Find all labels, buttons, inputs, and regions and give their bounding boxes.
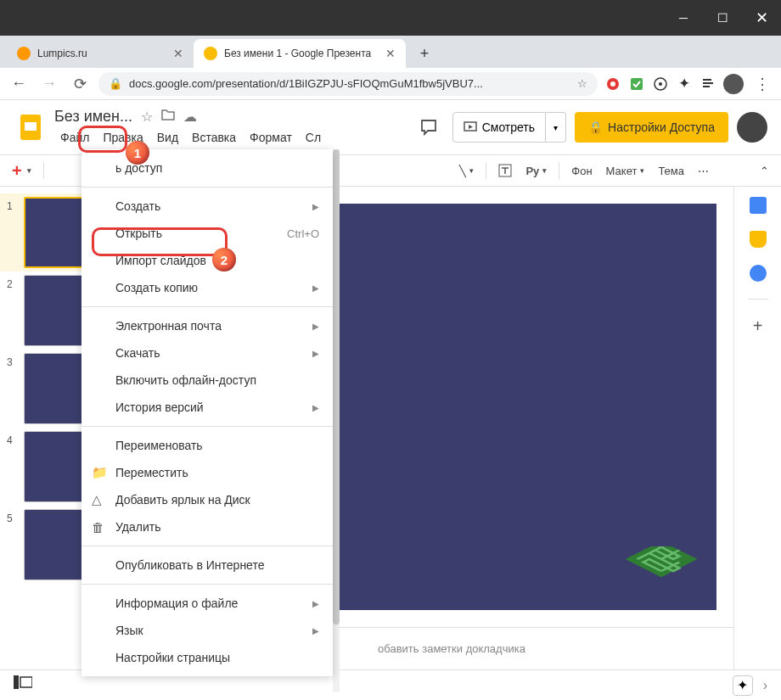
tab-close-icon[interactable]: ✕ [385,47,396,60]
menu-item-label: Создать копию [115,281,198,294]
svg-rect-2 [631,78,643,90]
submenu-arrow-icon: ▶ [312,322,319,331]
browser-tab[interactable]: Lumpics.ru ✕ [7,39,194,68]
menu-item-label: Скачать [115,346,160,360]
extension-icon[interactable] [628,76,645,92]
share-label: Настройки Доступа [608,120,715,134]
menu-item[interactable]: Опубликовать в Интернете [81,552,333,579]
menu-item-label: Добавить ярлык на Диск [115,493,250,507]
menu-item[interactable]: Создать копию▶ [81,274,333,301]
notes-placeholder: обавить заметки докладчика [378,642,525,655]
menu-insert[interactable]: Вставка [186,127,242,148]
menu-item[interactable]: △Добавить ярлык на Диск [81,486,333,513]
cloud-status-icon[interactable]: ☁ [183,109,197,125]
menu-item-label: Удалить [115,520,160,534]
tab-close-icon[interactable]: ✕ [173,47,183,60]
browser-toolbar: ← → ⟳ 🔒 docs.google.com/presentation/d/1… [0,68,781,100]
reading-list-icon[interactable] [700,76,716,92]
svg-point-1 [610,81,615,87]
menu-item[interactable]: Создать▶ [81,193,333,220]
theme-button[interactable]: Тема [653,161,689,181]
collapse-toolbar-button[interactable]: ⌃ [755,161,774,181]
menu-item[interactable]: Включить офлайн-доступ [81,367,333,394]
window-minimize-button[interactable]: ─ [664,0,703,36]
calendar-icon[interactable] [750,197,767,214]
share-button[interactable]: 🔒 Настройки Доступа [575,112,728,143]
menu-item-label: Включить офлайн-доступ [115,373,256,387]
keep-icon[interactable] [750,231,767,248]
reload-button[interactable]: ⟳ [68,72,92,96]
submenu-arrow-icon: ▶ [312,403,319,412]
filmstrip-view-button[interactable] [14,675,34,696]
menu-item[interactable]: 🗑Удалить [81,513,333,540]
text-box-button[interactable] [493,160,517,181]
menu-item[interactable]: ОткрытьCtrl+O [81,220,333,247]
menu-item[interactable]: Электронная почта▶ [81,312,333,339]
account-avatar[interactable] [737,112,767,143]
dropdown-scrollbar[interactable] [333,149,340,692]
comment-history-button[interactable] [413,112,444,143]
menu-item[interactable]: Информация о файле▶ [81,590,333,617]
menu-more[interactable]: Сл [300,127,327,148]
submenu-arrow-icon: ▶ [312,283,319,293]
menu-item[interactable]: Язык▶ [81,617,333,644]
menu-format[interactable]: Формат [244,127,298,148]
submenu-arrow-icon: ▶ [312,599,319,608]
tasks-icon[interactable] [750,265,767,282]
window-titlebar: ─ ☐ ✕ [0,0,781,36]
window-close-button[interactable]: ✕ [742,0,781,36]
menu-item-label: Информация о файле [115,596,238,610]
back-button[interactable]: ← [7,72,31,96]
submenu-arrow-icon: ▶ [312,349,319,358]
more-tools-button[interactable]: ⋯ [693,161,714,181]
profile-avatar[interactable] [723,74,744,94]
menu-item[interactable]: 📁Переместить [81,459,333,486]
chevron-right-icon[interactable]: › [763,678,767,693]
submenu-arrow-icon: ▶ [312,626,319,636]
menu-item[interactable]: Переименовать [81,432,333,459]
menu-item-label: Настройки страницы [115,651,230,664]
present-dropdown-button[interactable]: ▾ [546,112,566,143]
menu-item[interactable]: ь доступ [81,154,333,182]
line-tool-button[interactable]: ╲ ▾ [454,161,479,181]
url-text: docs.google.com/presentation/d/1BiIGZPJU… [129,77,570,90]
menu-file[interactable]: Файл [54,127,95,148]
maze-graphic-icon [623,546,700,593]
new-slide-button[interactable]: +▾ [7,158,37,184]
move-icon[interactable] [161,109,175,124]
browser-menu-button[interactable]: ⋮ [750,72,774,96]
address-bar[interactable]: 🔒 docs.google.com/presentation/d/1BiIGZP… [98,72,598,96]
tab-title: Lumpics.ru [37,48,166,59]
extensions-button[interactable]: ✦ [676,76,693,92]
menu-item[interactable]: Настройки страницы [81,644,333,671]
submenu-arrow-icon: ▶ [312,202,319,211]
add-addon-button[interactable]: + [753,316,763,336]
extension-icon[interactable] [604,76,621,92]
layout-button[interactable]: Макет ▾ [601,161,650,181]
star-icon[interactable]: ☆ [141,109,153,125]
window-maximize-button[interactable]: ☐ [703,0,742,36]
star-icon[interactable]: ☆ [577,77,587,90]
menu-item-label: Создать [115,199,160,213]
menu-item-label: Импорт слайдов [115,254,206,267]
present-button[interactable]: Смотреть [452,112,546,143]
svg-rect-11 [20,677,32,687]
menu-item[interactable]: История версий▶ [81,394,333,421]
forward-button[interactable]: → [37,72,61,96]
new-tab-button[interactable]: + [413,42,436,65]
tab-favicon-icon [204,47,217,60]
background-button[interactable]: Фон [566,161,597,181]
browser-tab[interactable]: Без имени 1 - Google Презента ✕ [194,39,406,68]
document-title[interactable]: Без имен... [54,108,132,126]
menu-item[interactable]: Скачать▶ [81,339,333,367]
addon-button[interactable]: Рy ▾ [520,161,552,181]
app-header: Без имен... ☆ ☁ Файл Правка Вид Вставка … [0,100,781,154]
explore-button[interactable]: ✦ [733,675,753,696]
browser-tab-strip: Lumpics.ru ✕ Без имени 1 - Google Презен… [0,36,781,68]
menu-view[interactable]: Вид [151,127,184,148]
menu-item[interactable]: Импорт слайдов [81,247,333,274]
slides-logo-icon[interactable] [14,110,48,144]
menu-item-label: История версий [115,400,204,414]
tab-title: Без имени 1 - Google Презента [224,48,379,59]
extension-icon[interactable] [652,76,669,92]
